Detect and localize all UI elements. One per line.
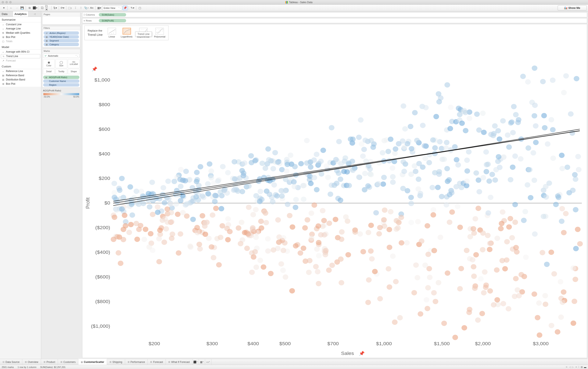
filters-card[interactable]: Filters ⊘Action (Region)▦YEAR(Order Date… bbox=[42, 26, 81, 48]
svg-point-782 bbox=[423, 156, 428, 161]
new-dashboard-tab[interactable]: ▦⁺ bbox=[199, 359, 205, 365]
zoom-icon[interactable] bbox=[9, 1, 11, 3]
mark-pill[interactable]: ◉AGG(Profit Ratio) bbox=[43, 76, 79, 79]
visualization[interactable]: Replace the Trend Line LinearLogarithmic… bbox=[82, 24, 587, 358]
tab-datasource[interactable]: ⊟ Data Source bbox=[0, 359, 22, 365]
mark-label-button[interactable]: Abc123Label bbox=[68, 59, 80, 68]
mark-color-button[interactable]: ◉Color bbox=[43, 59, 55, 68]
sheet-tab-shipping[interactable]: ⊞Shipping bbox=[107, 359, 125, 365]
mark-size-button[interactable]: ◯Size bbox=[55, 59, 67, 68]
analytics-item-box-plot[interactable]: ⊞Box Plot bbox=[0, 35, 41, 39]
mark-tooltip-button[interactable]: Tooltip bbox=[55, 69, 67, 74]
window-controls[interactable] bbox=[2, 1, 11, 3]
duplicate-icon[interactable]: ⿻ bbox=[40, 5, 45, 10]
filter-pill[interactable]: ▦YEAR(Order Date) bbox=[44, 35, 79, 39]
svg-text:$2,000: $2,000 bbox=[475, 341, 491, 346]
sort-desc-icon[interactable]: ↧ bbox=[73, 5, 78, 10]
show-me-button[interactable]: Show Me bbox=[558, 5, 587, 10]
sheet-tab-overview[interactable]: ⊞Overview bbox=[22, 359, 41, 365]
group-icon[interactable]: ↥ bbox=[78, 5, 83, 10]
filter-pill[interactable]: ▦Category bbox=[44, 43, 79, 46]
legend-gradient[interactable] bbox=[43, 93, 79, 95]
collapse-side-icon[interactable]: ◁ bbox=[29, 11, 41, 17]
svg-text:$700: $700 bbox=[327, 341, 339, 346]
svg-point-912 bbox=[424, 297, 429, 302]
analytics-item-icon: ∿ bbox=[2, 55, 5, 58]
sheet-tab-customerscatter[interactable]: ⊞CustomerScatter bbox=[78, 359, 107, 365]
forward-icon[interactable]: → bbox=[14, 5, 19, 10]
sort-asc-icon[interactable]: ⬚↕ bbox=[67, 5, 72, 10]
color-legend-card[interactable]: AGG(Profit Ratio) -50.0% 50.0% bbox=[42, 89, 81, 99]
mark-detail-button[interactable]: Detail bbox=[43, 69, 55, 74]
nav-next-icon[interactable]: ▷ bbox=[572, 366, 574, 368]
columns-pill[interactable]: SUM(Sales) bbox=[99, 13, 126, 16]
analytics-item-average-line[interactable]: ⫠Average Line bbox=[0, 27, 41, 31]
analytics-item-constant-line[interactable]: ⫠Constant Line bbox=[0, 22, 41, 27]
view-fit-select[interactable]: Entire View bbox=[102, 6, 122, 10]
tab-analytics[interactable]: Analytics bbox=[13, 11, 29, 17]
filter-pill[interactable]: ▦Segment bbox=[44, 39, 79, 42]
filter-pill[interactable]: ⊘Action (Region) bbox=[44, 31, 79, 35]
sheet-tab-what-if-forecast[interactable]: ⊞What If Forecast bbox=[166, 359, 193, 365]
analytics-item-reference-band[interactable]: ▤Reference Band bbox=[0, 73, 41, 78]
trend-option-polynomial[interactable]: Polynomial bbox=[154, 28, 165, 38]
analytics-item-reference-line[interactable]: ⫠Reference Line bbox=[0, 69, 41, 73]
analytics-item-average-with-ci[interactable]: ⫠Average with 95% CI bbox=[0, 50, 41, 54]
refresh-icon[interactable]: ⟳▾ bbox=[60, 5, 65, 10]
highlight-icon[interactable]: ✎▾ bbox=[130, 5, 135, 10]
clear-icon[interactable]: ⿻✕ bbox=[45, 5, 50, 10]
view-single-icon[interactable]: ▬ bbox=[584, 366, 586, 368]
pages-card[interactable]: Pages bbox=[42, 12, 81, 25]
marks-type-select[interactable]: ✦⁺Automatic bbox=[43, 54, 80, 58]
svg-point-39 bbox=[158, 31, 159, 32]
svg-point-702 bbox=[205, 191, 211, 196]
attach-icon[interactable]: 📎▾ bbox=[84, 5, 89, 10]
new-worksheet-icon[interactable]: ⬛▾ bbox=[32, 5, 38, 10]
nav-prev-icon[interactable]: ◁ bbox=[569, 366, 571, 368]
rows-pill[interactable]: SUM(Profit) bbox=[99, 19, 126, 22]
svg-point-401 bbox=[198, 164, 203, 169]
sheet-tab-forecast[interactable]: ⊞Forecast bbox=[148, 359, 166, 365]
sheet-tab-product[interactable]: ⊞Product bbox=[41, 359, 58, 365]
show-labels-icon[interactable]: Abc bbox=[89, 5, 94, 10]
analytics-item-median-with-quartiles[interactable]: ⧉Median with Quartiles bbox=[0, 31, 41, 35]
analytics-item-box-plot[interactable]: ⊞Box Plot bbox=[0, 82, 41, 86]
minimize-icon[interactable] bbox=[5, 1, 8, 3]
mark-pill[interactable]: Customer Name bbox=[43, 79, 79, 83]
nav-first-icon[interactable]: ⇤ bbox=[566, 366, 568, 368]
columns-shelf[interactable]: ⦙⦙⦙Columns SUM(Sales) bbox=[82, 12, 587, 17]
trend-option-linear[interactable]: Linear bbox=[108, 28, 116, 38]
new-story-tab[interactable]: ▭⁺ bbox=[205, 359, 212, 365]
trend-drop-target[interactable]: Replace the Trend Line LinearLogarithmic… bbox=[84, 25, 169, 40]
presentation-icon[interactable]: ▢ bbox=[137, 5, 142, 10]
sheet-tab-customers[interactable]: ⊞Customers bbox=[58, 359, 78, 365]
pin-icon[interactable]: 📌 bbox=[122, 5, 128, 10]
new-datasource-icon[interactable]: ⧉ bbox=[27, 5, 32, 10]
svg-point-343 bbox=[404, 240, 410, 245]
mark-shape-button[interactable]: Shape bbox=[68, 69, 80, 74]
sheet-tab-performance[interactable]: ⊞Performance bbox=[125, 359, 148, 365]
tab-data[interactable]: Data bbox=[0, 11, 13, 17]
analytics-item-trend-line[interactable]: ∿Trend Line bbox=[1, 54, 40, 58]
new-worksheet-tab[interactable]: ⬛⁺ bbox=[193, 359, 199, 365]
svg-point-285 bbox=[500, 118, 506, 123]
svg-text:$600: $600 bbox=[99, 126, 110, 132]
svg-point-920 bbox=[422, 143, 427, 148]
rows-shelf[interactable]: ≡Rows SUM(Profit) bbox=[82, 18, 587, 23]
fit-icon[interactable]: ▦▾ bbox=[97, 5, 102, 10]
tableau-logo-icon[interactable]: ✦ bbox=[1, 5, 6, 10]
mark-pill[interactable]: Region bbox=[43, 83, 79, 87]
trend-option-logarithmic[interactable]: Logarithmic bbox=[121, 28, 133, 38]
view-filmstrip-icon[interactable]: ⦙⦙⦙ bbox=[578, 366, 579, 368]
analytics-item-distribution-band[interactable]: ▥Distribution Band bbox=[0, 78, 41, 82]
close-icon[interactable] bbox=[2, 1, 4, 3]
svg-point-287 bbox=[246, 184, 252, 189]
cards-column: Pages Filters ⊘Action (Region)▦YEAR(Orde… bbox=[41, 11, 81, 359]
svg-point-785 bbox=[430, 212, 436, 217]
swap-icon[interactable]: ⇅▾ bbox=[53, 5, 58, 10]
view-grid-icon[interactable]: ▦ bbox=[581, 366, 583, 368]
nav-last-icon[interactable]: ⇥ bbox=[575, 366, 577, 368]
marks-card[interactable]: Marks ✦⁺Automatic ◉Color◯SizeAbc123Label… bbox=[42, 49, 81, 88]
back-icon[interactable]: ← bbox=[9, 5, 14, 10]
save-icon[interactable]: 💾 bbox=[20, 5, 25, 10]
